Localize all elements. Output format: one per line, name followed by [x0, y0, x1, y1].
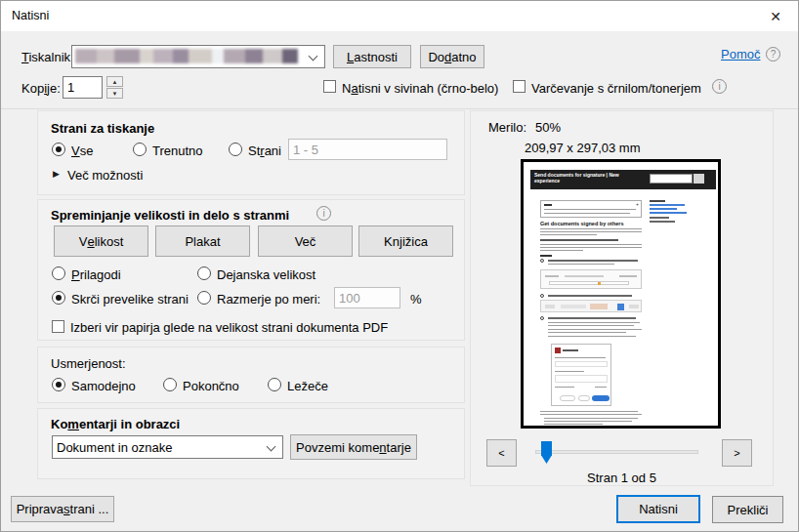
doc-screenshot-strip	[540, 300, 642, 312]
doc-step-icon	[540, 316, 544, 320]
page-slider-track[interactable]	[535, 450, 698, 454]
actual-size-radio[interactable]	[197, 266, 211, 280]
doc-step-text	[548, 317, 636, 319]
dialog-title: Natisni	[12, 9, 49, 22]
comments-selected-option: Dokument in oznake	[57, 440, 173, 455]
page-dimensions: 209,97 x 297,03 mm	[525, 141, 641, 155]
pages-current-label: Trenutno	[152, 143, 203, 158]
orientation-auto-radio[interactable]	[52, 378, 65, 391]
cancel-button[interactable]: Prekliči	[712, 496, 783, 523]
sizing-group: Spreminjanje velikosti in delo s stranmi…	[37, 199, 465, 341]
properties-button[interactable]: Lastnosti	[333, 45, 411, 68]
doc-step-text	[548, 295, 632, 297]
orientation-portrait-label: Pokončno	[183, 379, 239, 393]
pages-all-radio[interactable]	[52, 143, 65, 156]
orientation-title: Usmerjenost:	[51, 356, 126, 371]
pages-group: Strani za tiskanje Vse Trenutno Strani 1…	[37, 110, 465, 195]
printer-name-redacted	[75, 49, 298, 63]
paper-source-label: Izberi vir papirja glede na velikost str…	[70, 320, 388, 335]
poster-button[interactable]: Plakat	[155, 225, 250, 257]
doc-note-box: +	[540, 200, 642, 218]
close-icon[interactable]: ✕	[766, 7, 785, 26]
doc-heading: Get documents signed by others	[540, 221, 624, 226]
copies-increment-button[interactable]: ▲	[106, 76, 123, 87]
copies-label: Kopije:	[21, 81, 61, 96]
chevron-down-icon	[309, 52, 318, 61]
page-slider-thumb[interactable]	[541, 441, 552, 464]
sizing-info-icon[interactable]: i	[316, 206, 331, 221]
advanced-button[interactable]: Dodatno	[420, 45, 484, 68]
print-preview-page: Send documents for signature | New exper…	[521, 159, 721, 429]
page-range-input[interactable]: 1 - 5	[288, 139, 447, 160]
booklet-button[interactable]: Knjižica	[358, 225, 453, 257]
toner-info-icon[interactable]: i	[712, 79, 727, 94]
orientation-portrait-radio[interactable]	[163, 378, 177, 391]
next-page-button[interactable]: >	[722, 439, 752, 467]
doc-step-icon	[540, 294, 544, 298]
multiple-button[interactable]: Več	[258, 225, 353, 257]
pages-all-label: Vse	[71, 143, 93, 158]
custom-scale-radio[interactable]	[197, 291, 211, 305]
printer-select[interactable]	[71, 45, 325, 68]
grayscale-label: Natisni v sivinah (črno-belo)	[342, 81, 498, 96]
title-bar: Natisni ✕	[1, 1, 798, 31]
scale-value: 50%	[535, 120, 561, 135]
orientation-group: Usmerjenost: Samodejno Pokončno Ležeče	[37, 347, 465, 403]
shrink-radio[interactable]	[52, 291, 65, 305]
custom-scale-label: Razmerje po meri:	[217, 292, 320, 307]
print-button[interactable]: Natisni	[616, 495, 700, 523]
copies-input[interactable]: 1	[63, 76, 103, 99]
summarize-comments-button[interactable]: Povzemi komentarje	[290, 434, 417, 460]
page-range-value: 1 - 5	[293, 143, 318, 157]
previous-page-button[interactable]: <	[486, 439, 517, 467]
scale-label: Merilo:	[488, 120, 526, 135]
pages-range-label: Strani	[248, 143, 281, 158]
toner-save-checkbox[interactable]	[513, 80, 526, 93]
actual-size-label: Dejanska velikost	[217, 267, 315, 282]
grayscale-checkbox[interactable]	[323, 80, 336, 93]
page-status: Stran 1 od 5	[471, 471, 773, 485]
percent-label: %	[410, 292, 422, 307]
paper-source-checkbox[interactable]	[52, 320, 64, 333]
page-setup-button[interactable]: Priprava strani ...	[11, 496, 114, 522]
more-options-expander-icon[interactable]: ▶	[53, 169, 60, 179]
doc-header-bar: Send documents for signature | New exper…	[530, 170, 716, 189]
help-link[interactable]: Pomoč	[721, 47, 760, 61]
copies-value: 1	[67, 80, 74, 95]
chevron-down-icon	[267, 442, 276, 452]
pages-current-radio[interactable]	[133, 143, 147, 156]
orientation-auto-label: Samodejno	[71, 379, 136, 393]
orientation-landscape-radio[interactable]	[268, 378, 281, 391]
size-button[interactable]: Velikost	[54, 225, 148, 257]
printer-label: Tiskalnik:	[21, 50, 74, 64]
divider	[1, 108, 798, 109]
fit-label: Prilagodi	[71, 267, 121, 282]
copies-decrement-button[interactable]: ▼	[106, 88, 123, 99]
more-options-label[interactable]: Več možnosti	[67, 168, 143, 183]
custom-scale-input[interactable]: 100	[334, 287, 400, 308]
shrink-label: Skrči prevelike strani	[71, 292, 189, 307]
pages-group-title: Strani za tiskanje	[51, 121, 154, 136]
orientation-landscape-label: Ležeče	[287, 379, 328, 393]
custom-scale-value: 100	[339, 291, 360, 306]
fit-radio[interactable]	[52, 266, 65, 280]
doc-search-button	[694, 174, 704, 184]
toner-save-label: Varčevanje s črnilom/tonerjem	[531, 81, 701, 96]
doc-header-title: Send documents for signature | New exper…	[534, 172, 632, 184]
comments-group-title: Komentarji in obrazci	[51, 417, 180, 431]
sizing-group-title: Spreminjanje velikosti in delo s stranmi	[51, 208, 289, 223]
print-dialog: Natisni ✕ Tiskalnik: Lastnosti Dodatno P…	[0, 0, 799, 532]
pages-range-radio[interactable]	[229, 143, 242, 156]
doc-screenshot-toolbar	[540, 269, 642, 289]
comments-select[interactable]: Dokument in oznake	[52, 435, 283, 459]
help-icon[interactable]: ?	[766, 47, 780, 61]
doc-screenshot-form-card	[551, 344, 611, 406]
doc-search-input	[650, 174, 693, 184]
comments-group: Komentarji in obrazci Dokument in oznake…	[37, 408, 465, 479]
preview-panel: Merilo: 50% 209,97 x 297,03 mm Send docu…	[470, 110, 774, 486]
